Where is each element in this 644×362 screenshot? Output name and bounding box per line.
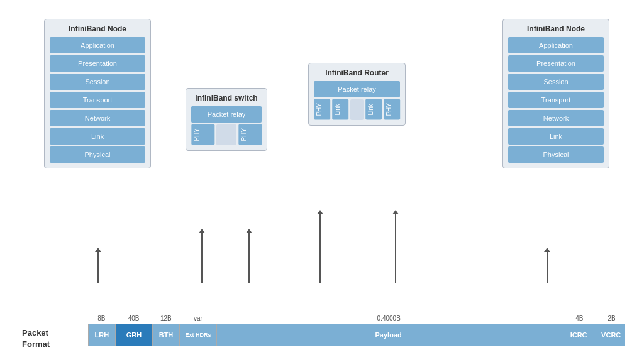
- arrow-switch-left: [201, 233, 203, 283]
- router-relay-layer: Packet relay: [314, 81, 400, 97]
- router-phy-left: PHY: [314, 99, 330, 120]
- block-ext: Ext HDRs: [180, 324, 218, 346]
- right-layer-session: Session: [508, 74, 604, 90]
- switch-phy-row: PHY PHY: [191, 124, 262, 145]
- left-layer-application: Application: [50, 37, 145, 53]
- switch-relay-layer: Packet relay: [191, 106, 262, 123]
- left-layer-stack: Application Presentation Session Transpo…: [50, 37, 145, 163]
- ib-switch: InfiniBand switch Packet relay PHY PHY: [186, 88, 267, 151]
- size-payload: 0.4000B: [217, 315, 561, 322]
- left-layer-transport: Transport: [50, 92, 145, 108]
- right-layer-stack: Application Presentation Session Transpo…: [508, 37, 604, 163]
- right-node-title: InfiniBand Node: [508, 25, 604, 33]
- router-inner: Packet relay PHY Link Link PHY: [314, 81, 400, 120]
- size-vcrc: 2B: [598, 315, 625, 322]
- packet-blocks: LRH GRH BTH Ext HDRs Payload ICRC VCRC: [88, 324, 625, 346]
- switch-phy-right: PHY: [238, 124, 262, 145]
- block-lrh: LRH: [89, 324, 116, 346]
- block-icrc: ICRC: [560, 324, 598, 346]
- packet-format-area: PacketFormat 8B 40B 12B var 0.4000B 4B 2…: [88, 315, 625, 346]
- size-labels-row: 8B 40B 12B var 0.4000B 4B 2B: [88, 315, 625, 322]
- arrow-router-right: [395, 214, 396, 283]
- diagram-container: InfiniBand Node Application Presentation…: [0, 0, 644, 362]
- size-bth: 12B: [152, 315, 179, 322]
- size-lrh: 8B: [88, 315, 115, 322]
- right-layer-presentation: Presentation: [508, 55, 604, 72]
- left-node-title: InfiniBand Node: [50, 25, 145, 33]
- router-phy-link-row: PHY Link Link PHY: [314, 99, 400, 120]
- arrow-router-left: [319, 214, 321, 283]
- left-layer-link: Link: [50, 128, 145, 145]
- right-layer-network: Network: [508, 110, 604, 126]
- switch-title: InfiniBand switch: [191, 94, 262, 102]
- switch-phy-spacer: [216, 124, 236, 145]
- switch-phy-left: PHY: [191, 124, 214, 145]
- router-link-left: Link: [332, 99, 348, 120]
- arrow-left-node: [97, 251, 99, 283]
- block-grh: GRH: [116, 324, 153, 346]
- left-ib-node: InfiniBand Node Application Presentation…: [44, 19, 151, 168]
- size-grh: 40B: [115, 315, 153, 322]
- right-layer-link: Link: [508, 128, 604, 145]
- arrow-right-node: [547, 251, 548, 283]
- left-layer-session: Session: [50, 74, 145, 90]
- ib-router: InfiniBand Router Packet relay PHY Link …: [308, 63, 406, 126]
- router-link-right: Link: [365, 99, 382, 120]
- right-ib-node: InfiniBand Node Application Presentation…: [502, 19, 609, 168]
- router-title: InfiniBand Router: [314, 69, 400, 77]
- left-layer-physical: Physical: [50, 146, 145, 163]
- size-icrc: 4B: [561, 315, 599, 322]
- block-bth: BTH: [153, 324, 180, 346]
- right-layer-transport: Transport: [508, 92, 604, 108]
- packet-format-label: PacketFormat: [22, 327, 50, 350]
- block-vcrc: VCRC: [597, 324, 625, 346]
- left-layer-presentation: Presentation: [50, 55, 145, 72]
- left-layer-network: Network: [50, 110, 145, 126]
- right-layer-physical: Physical: [508, 146, 604, 163]
- router-spacer: [350, 99, 363, 120]
- size-ext: var: [179, 315, 217, 322]
- router-phy-right: PHY: [384, 99, 400, 120]
- right-layer-application: Application: [508, 37, 604, 53]
- block-payload: Payload: [217, 324, 560, 346]
- arrow-switch-right: [248, 233, 250, 283]
